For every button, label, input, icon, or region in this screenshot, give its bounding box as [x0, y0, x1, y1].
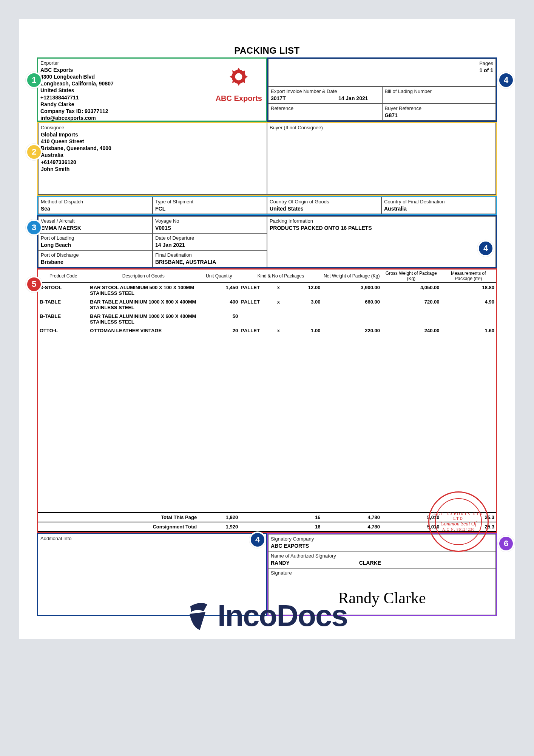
packing-list-page: PACKING LIST Exporter ABC Exports 4300 L…: [19, 19, 515, 639]
incodocs-icon: [187, 601, 213, 631]
totals-page-row: Total This Page 1,920 16 4,780 5,010 25.…: [38, 513, 496, 522]
doc-refs-block: Pages 1 of 1 Export Invoice Number & Dat…: [267, 57, 497, 122]
watermark-logo: IncoDocs: [38, 598, 496, 633]
table-row: B-STOOLBAR STOOL ALUMINIUM 500 X 100 X 1…: [38, 283, 496, 297]
table-row: B-TABLEBAR TABLE ALUMINIUM 1000 X 600 X …: [38, 297, 496, 312]
totals-cons-row: Consignment Total 1,920 16 4,780 5,010 2…: [38, 522, 496, 531]
callout-3: 3: [26, 219, 42, 236]
callout-2: 2: [26, 144, 42, 160]
callout-1: 1: [26, 72, 42, 88]
company-seal: ABC EXPORTS PTY LTD Common Seal Of A.C.N…: [428, 491, 489, 552]
table-row: B-TABLEBAR TABLE ALUMINIUM 1000 X 600 X …: [38, 312, 496, 326]
items-block: Product Code Description of Goods Unit Q…: [37, 268, 497, 533]
vessel-block: Vessel / Aircraft EMMA MAERSK Voyage No …: [37, 215, 497, 268]
callout-4a: 4: [498, 72, 514, 88]
table-row: OTTO-LOTTOMAN LEATHER VINTAGE20PALLETx1.…: [38, 326, 496, 335]
items-table: Product Code Description of Goods Unit Q…: [38, 270, 496, 335]
callout-4b: 4: [477, 240, 494, 257]
consignee-block: Consignee Global Imports 410 Queen Stree…: [37, 122, 497, 196]
gear-icon: [222, 65, 256, 92]
page-title: PACKING LIST: [37, 45, 497, 56]
exporter-block: Exporter ABC Exports 4300 Longbeach Blvd…: [37, 57, 267, 122]
callout-5: 5: [26, 276, 42, 293]
exporter-logo: ABC Exports: [216, 65, 262, 103]
callout-6: 6: [498, 535, 514, 552]
callout-4c: 4: [249, 531, 266, 548]
dispatch-block: Method of Dispatch Sea Type of Shipment …: [37, 196, 497, 215]
